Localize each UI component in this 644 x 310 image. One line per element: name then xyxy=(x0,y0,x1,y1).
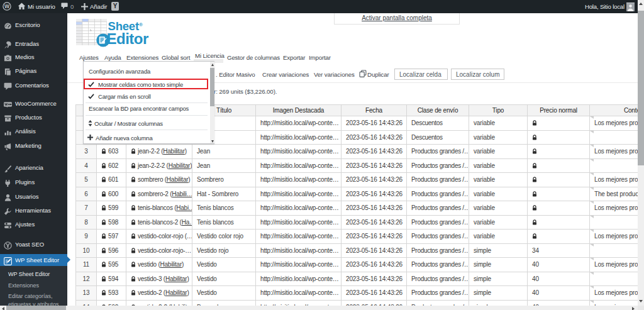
svg-text:W: W xyxy=(4,3,10,9)
